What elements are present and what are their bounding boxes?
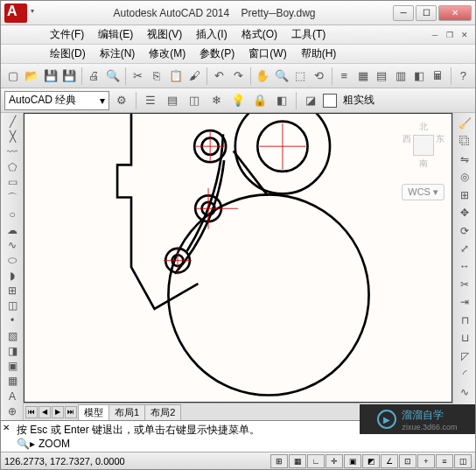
blend-icon[interactable]: ∿ xyxy=(455,383,474,400)
calc-icon[interactable]: 🖩 xyxy=(430,67,447,86)
scale-icon[interactable]: ⤢ xyxy=(455,240,474,256)
saveas-icon[interactable]: 💾 xyxy=(61,67,79,86)
ws-settings-icon[interactable]: ⚙ xyxy=(112,91,131,110)
point-icon[interactable]: • xyxy=(3,313,22,327)
arc-icon[interactable]: ⌒ xyxy=(3,190,22,207)
drawing-viewport[interactable]: 北 西东 南 WCS ▾ xyxy=(24,113,452,403)
break-icon[interactable]: ⊓ xyxy=(455,312,474,328)
zoom-prev-icon[interactable]: ⟲ xyxy=(311,67,328,86)
offset-icon[interactable]: ◎ xyxy=(455,168,474,185)
new-icon[interactable]: ▢ xyxy=(4,67,22,86)
ellipsearc-icon[interactable]: ◗ xyxy=(3,268,22,282)
properties-icon[interactable]: ≡ xyxy=(336,67,354,86)
maximize-button[interactable]: ☐ xyxy=(416,5,437,21)
line-icon[interactable]: ╱ xyxy=(3,115,22,129)
ortho-icon[interactable]: ∟ xyxy=(307,454,325,468)
menu-dimension[interactable]: 标注(N) xyxy=(93,45,143,63)
copy-icon[interactable]: ⎘ xyxy=(148,67,165,86)
doc-restore-button[interactable]: ❐ xyxy=(443,29,457,41)
layer-match-icon[interactable]: ◧ xyxy=(272,91,291,110)
grid-icon[interactable]: ▦ xyxy=(289,454,306,468)
cut-icon[interactable]: ✂ xyxy=(130,67,147,86)
tab-prev-icon[interactable]: ◀ xyxy=(38,406,51,418)
sheetset-icon[interactable]: ▥ xyxy=(392,67,410,86)
layer-freeze-icon[interactable]: ❄ xyxy=(206,91,226,110)
linetype-combo[interactable]: 粗实线 xyxy=(340,93,378,108)
save-icon[interactable]: 💾 xyxy=(42,67,60,86)
plot-icon[interactable]: 🖨 xyxy=(86,67,103,86)
trim-icon[interactable]: ✂ xyxy=(455,276,474,292)
join-icon[interactable]: ⊔ xyxy=(455,330,474,347)
redo-icon[interactable]: ↷ xyxy=(229,67,247,86)
zoom-window-icon[interactable]: ⬚ xyxy=(292,67,310,86)
wcs-indicator[interactable]: WCS ▾ xyxy=(402,184,444,200)
revcloud-icon[interactable]: ☁ xyxy=(3,223,22,237)
hatch-icon[interactable]: ▧ xyxy=(3,328,22,342)
array-icon[interactable]: ⊞ xyxy=(455,186,474,203)
ellipse-icon[interactable]: ⬭ xyxy=(3,253,22,267)
cmdline-close-icon[interactable]: ✕ xyxy=(3,423,10,432)
menu-modify[interactable]: 修改(M) xyxy=(142,45,192,63)
table-icon[interactable]: ▦ xyxy=(3,374,22,388)
menu-help[interactable]: 帮助(H) xyxy=(294,45,344,63)
tpy-icon[interactable]: ◫ xyxy=(454,454,472,468)
polyline-icon[interactable]: 〰 xyxy=(3,145,22,159)
polygon-icon[interactable]: ⬠ xyxy=(3,160,22,174)
preview-icon[interactable]: 🔍 xyxy=(104,67,122,86)
snap-icon[interactable]: ⊞ xyxy=(270,454,288,468)
erase-icon[interactable]: 🧹 xyxy=(455,115,474,131)
mtext-icon[interactable]: A xyxy=(3,389,22,403)
pan-icon[interactable]: ✋ xyxy=(255,67,272,86)
move-icon[interactable]: ✥ xyxy=(455,204,474,221)
command-input[interactable]: ZOOM xyxy=(38,438,70,450)
dyn-icon[interactable]: + xyxy=(417,454,435,468)
help-icon[interactable]: ? xyxy=(455,67,472,86)
layer-off-icon[interactable]: 💡 xyxy=(228,91,248,110)
tab-last-icon[interactable]: ⏭ xyxy=(65,406,77,418)
app-logo-icon[interactable] xyxy=(4,4,27,23)
paste-icon[interactable]: 📋 xyxy=(167,67,185,86)
3dosnap-icon[interactable]: ◩ xyxy=(362,454,380,468)
match-icon[interactable]: 🖌 xyxy=(186,67,203,86)
doc-minimize-button[interactable]: ─ xyxy=(428,29,442,41)
otrack-icon[interactable]: ∠ xyxy=(381,454,398,468)
block-icon[interactable]: ◫ xyxy=(3,298,22,312)
layer-icon[interactable]: ☰ xyxy=(141,91,160,110)
chamfer-icon[interactable]: ◸ xyxy=(455,347,474,364)
tab-layout2[interactable]: 布局2 xyxy=(144,404,181,420)
viewcube[interactable]: 北 西东 南 xyxy=(402,121,444,170)
menu-insert[interactable]: 插入(I) xyxy=(189,25,234,44)
gradient-icon[interactable]: ◨ xyxy=(3,344,22,358)
menu-format[interactable]: 格式(O) xyxy=(234,25,284,44)
ducs-icon[interactable]: ⊡ xyxy=(399,454,416,468)
menu-draw[interactable]: 绘图(D) xyxy=(43,45,93,63)
menu-view[interactable]: 视图(V) xyxy=(140,25,189,44)
stretch-icon[interactable]: ↔ xyxy=(455,258,474,275)
zoom-icon[interactable]: 🔍 xyxy=(273,67,290,86)
color-bylayer-icon[interactable]: ◪ xyxy=(301,91,320,110)
tab-next-icon[interactable]: ▶ xyxy=(52,406,64,418)
command-line[interactable]: ✕ 按 Esc 或 Enter 键退出，或单击右键显示快捷菜单。 🔍▸ ZOOM… xyxy=(1,420,475,452)
markup-icon[interactable]: ◧ xyxy=(411,67,429,86)
circle-icon[interactable]: ○ xyxy=(3,207,22,221)
lwt-icon[interactable]: ≡ xyxy=(436,454,453,468)
toolpalette-icon[interactable]: ▤ xyxy=(374,67,391,86)
extend-icon[interactable]: ⇥ xyxy=(455,294,474,311)
rotate-icon[interactable]: ⟳ xyxy=(455,222,474,239)
designcenter-icon[interactable]: ▦ xyxy=(354,67,372,86)
undo-icon[interactable]: ↶ xyxy=(211,67,228,86)
menu-edit[interactable]: 编辑(E) xyxy=(91,25,140,44)
color-swatch[interactable] xyxy=(323,94,337,108)
menu-tools[interactable]: 工具(T) xyxy=(284,25,332,44)
close-button[interactable]: ✕ xyxy=(438,5,472,21)
menu-file[interactable]: 文件(F) xyxy=(43,25,91,44)
fillet-icon[interactable]: ◜ xyxy=(455,366,474,382)
rectangle-icon[interactable]: ▭ xyxy=(3,175,22,189)
tab-first-icon[interactable]: ⏮ xyxy=(25,406,38,418)
mirror-icon[interactable]: ⇋ xyxy=(455,151,474,167)
layer-states-icon[interactable]: ▤ xyxy=(163,91,182,110)
polar-icon[interactable]: ✛ xyxy=(326,454,343,468)
menu-parametric[interactable]: 参数(P) xyxy=(192,45,242,63)
osnap-icon[interactable]: ▣ xyxy=(344,454,361,468)
region-icon[interactable]: ▣ xyxy=(3,359,22,373)
